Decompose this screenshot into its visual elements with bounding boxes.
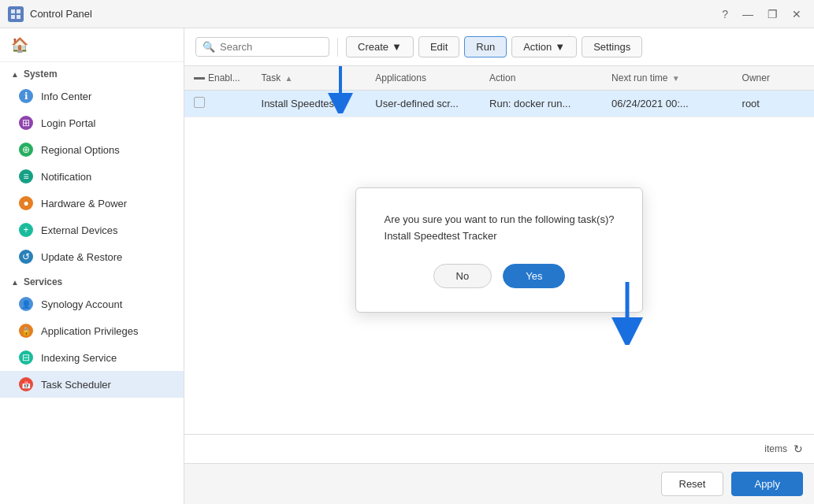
minimize-button[interactable]: — <box>738 6 758 22</box>
sidebar-item-notification[interactable]: ≡ Notification <box>0 163 184 190</box>
sidebar-item-label: External Devices <box>41 224 118 236</box>
window-title: Control Panel <box>30 8 92 20</box>
sidebar-item-label: Indexing Service <box>41 352 117 364</box>
svg-rect-1 <box>17 9 20 13</box>
login-portal-icon: ⊞ <box>19 116 33 130</box>
search-icon: 🔍 <box>203 41 215 53</box>
sidebar-item-application-privileges[interactable]: 🔒 Application Privileges <box>0 317 184 344</box>
action-button[interactable]: Action ▼ <box>511 36 577 57</box>
home-icon: 🏠 <box>11 37 28 53</box>
indexing-service-icon: ⊟ <box>19 350 33 365</box>
create-dropdown-icon: ▼ <box>392 41 402 53</box>
titlebar-left: Control Panel <box>8 6 92 22</box>
sidebar-item-hardware-power[interactable]: ● Hardware & Power <box>0 190 184 217</box>
dialog-message: Are you sure you want to run the followi… <box>385 212 615 245</box>
hardware-power-icon: ● <box>19 196 33 210</box>
refresh-button[interactable]: ↻ <box>794 443 803 455</box>
services-section-label: Services <box>24 276 62 287</box>
footer-bar: Reset Apply <box>184 463 814 504</box>
content-area: 🔍 Create ▼ Edit Run Action ▼ Settings <box>184 28 814 504</box>
sidebar-item-label: Application Privileges <box>41 325 139 337</box>
dialog-actions: No Yes <box>385 264 615 288</box>
create-button[interactable]: Create ▼ <box>346 36 414 57</box>
sidebar-item-task-scheduler[interactable]: 📅 Task Scheduler <box>0 371 184 398</box>
confirm-dialog: Are you sure you want to run the followi… <box>355 187 644 313</box>
help-button[interactable]: ? <box>717 6 733 22</box>
external-devices-icon: + <box>19 223 33 237</box>
update-restore-icon: ↺ <box>19 250 33 264</box>
sidebar-item-login-portal[interactable]: ⊞ Login Portal <box>0 109 184 136</box>
svg-rect-0 <box>11 9 15 13</box>
bottom-bar: items ↻ <box>184 434 814 463</box>
items-label: items <box>764 443 787 454</box>
sidebar-item-synology-account[interactable]: 👤 Synology Account <box>0 291 184 317</box>
sidebar: 🏠 ▲ System ℹ Info Center ⊞ Login Portal … <box>0 28 184 504</box>
regional-options-icon: ⊕ <box>19 143 33 157</box>
sidebar-item-label: Task Scheduler <box>41 379 111 391</box>
task-scheduler-icon: 📅 <box>19 377 33 391</box>
sidebar-item-label: Update & Restore <box>41 251 122 263</box>
info-center-icon: ℹ <box>19 89 33 103</box>
services-section-header[interactable]: ▲ Services <box>0 270 184 291</box>
main-layout: 🏠 ▲ System ℹ Info Center ⊞ Login Portal … <box>0 28 814 504</box>
run-button[interactable]: Run <box>464 36 507 57</box>
synology-account-icon: 👤 <box>19 297 33 311</box>
toolbar: 🔍 Create ▼ Edit Run Action ▼ Settings <box>184 28 814 66</box>
services-arrow-icon: ▲ <box>11 278 19 287</box>
toolbar-separator-1 <box>337 38 338 57</box>
table-area: Enabl... Task ▲ Applications Action Next… <box>184 66 814 434</box>
settings-button[interactable]: Settings <box>582 36 642 57</box>
sidebar-item-external-devices[interactable]: + External Devices <box>0 217 184 243</box>
search-box[interactable]: 🔍 <box>195 37 329 57</box>
svg-rect-2 <box>11 15 15 19</box>
dialog-overlay: Are you sure you want to run the followi… <box>184 66 814 434</box>
home-button[interactable]: 🏠 <box>0 28 184 62</box>
search-input[interactable] <box>220 41 322 53</box>
system-section-label: System <box>24 69 58 80</box>
edit-button[interactable]: Edit <box>418 36 459 57</box>
app-icon <box>8 6 24 22</box>
sidebar-item-info-center[interactable]: ℹ Info Center <box>0 83 184 109</box>
close-button[interactable]: ✕ <box>787 6 806 22</box>
svg-rect-3 <box>17 15 20 19</box>
sidebar-item-indexing-service[interactable]: ⊟ Indexing Service <box>0 344 184 371</box>
sidebar-item-regional-options[interactable]: ⊕ Regional Options <box>0 136 184 163</box>
sidebar-item-label: Regional Options <box>41 144 120 156</box>
no-button[interactable]: No <box>433 264 492 288</box>
action-dropdown-icon: ▼ <box>555 41 565 53</box>
yes-button[interactable]: Yes <box>503 264 565 288</box>
sidebar-item-label: Hardware & Power <box>41 198 127 209</box>
sidebar-item-label: Notification <box>41 171 91 183</box>
apply-button[interactable]: Apply <box>731 472 803 496</box>
system-arrow-icon: ▲ <box>11 70 19 79</box>
restore-button[interactable]: ❐ <box>763 6 782 22</box>
application-privileges-icon: 🔒 <box>19 324 33 338</box>
dialog-wrapper: Are you sure you want to run the followi… <box>355 187 644 313</box>
reset-button[interactable]: Reset <box>661 472 724 496</box>
sidebar-item-label: Synology Account <box>41 298 122 310</box>
titlebar: Control Panel ? — ❐ ✕ <box>0 0 814 28</box>
sidebar-item-label: Login Portal <box>41 117 95 129</box>
notification-icon: ≡ <box>19 169 33 183</box>
sidebar-item-update-restore[interactable]: ↺ Update & Restore <box>0 243 184 270</box>
titlebar-controls: ? — ❐ ✕ <box>717 6 806 22</box>
sidebar-item-label: Info Center <box>41 91 91 102</box>
system-section-header[interactable]: ▲ System <box>0 62 184 83</box>
